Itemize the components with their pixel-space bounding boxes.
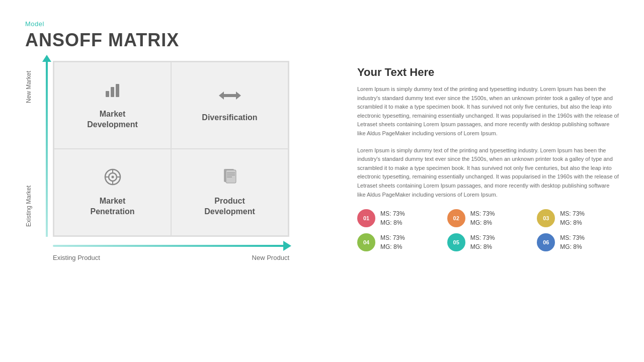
cell-diversification: Diversification: [171, 62, 288, 149]
svg-rect-12: [226, 170, 236, 183]
stat-text-01: MS: 73%MG: 8%: [380, 209, 405, 227]
y-label-existing-market: Existing Market: [25, 186, 32, 227]
stat-mg-05: MG: 8%: [470, 242, 495, 251]
svg-point-6: [111, 175, 114, 178]
svg-rect-2: [116, 84, 119, 97]
stat-text-03: MS: 73%MG: 8%: [560, 209, 585, 227]
book-icon: [222, 168, 238, 190]
page-title: ANSOFF MATRIX: [25, 30, 619, 51]
cell-diversification-label: Diversification: [202, 113, 257, 123]
target-icon: [104, 168, 122, 190]
stats-grid: 01MS: 73%MG: 8%02MS: 73%MG: 8%03MS: 73%M…: [357, 209, 619, 251]
stat-text-04: MS: 73%MG: 8%: [380, 233, 405, 251]
stat-badge-02: 02: [447, 209, 465, 227]
cell-product-development: ProductDevelopment: [171, 149, 288, 236]
cell-market-penetration-label: MarketPenetration: [90, 196, 134, 217]
stat-item-03: 03MS: 73%MG: 8%: [537, 209, 619, 227]
header-model-label: Model: [25, 20, 619, 28]
arrows-icon: [219, 88, 241, 107]
stat-ms-05: MS: 73%: [470, 233, 495, 242]
stat-mg-01: MG: 8%: [380, 218, 405, 227]
stat-badge-04: 04: [357, 233, 375, 251]
stat-badge-01: 01: [357, 209, 375, 227]
y-label-new-market: New Market: [25, 71, 32, 103]
stat-text-05: MS: 73%MG: 8%: [470, 233, 495, 251]
cell-product-development-label: ProductDevelopment: [204, 196, 255, 217]
cell-market-development-label: MarketDevelopment: [87, 109, 137, 130]
stat-text-02: MS: 73%MG: 8%: [470, 209, 495, 227]
svg-rect-0: [106, 91, 109, 97]
stat-ms-06: MS: 73%: [560, 233, 585, 242]
text-heading: Your Text Here: [357, 66, 619, 79]
stat-ms-01: MS: 73%: [380, 209, 405, 218]
x-label-existing-product: Existing Product: [53, 254, 100, 261]
stat-ms-03: MS: 73%: [560, 209, 585, 218]
stat-mg-02: MG: 8%: [470, 218, 495, 227]
text-paragraph-2: Lorem Ipsum is simply dummy text of the …: [357, 146, 619, 200]
bar-chart-icon: [104, 81, 122, 103]
stat-badge-05: 05: [447, 233, 465, 251]
y-axis: New Market Existing Market: [25, 61, 53, 237]
stat-mg-03: MG: 8%: [560, 218, 585, 227]
stat-item-01: 01MS: 73%MG: 8%: [357, 209, 439, 227]
stat-badge-06: 06: [537, 233, 555, 251]
x-label-new-product: New Product: [252, 254, 289, 261]
svg-rect-1: [111, 87, 114, 97]
stat-item-06: 06MS: 73%MG: 8%: [537, 233, 619, 251]
stat-item-04: 04MS: 73%MG: 8%: [357, 233, 439, 251]
right-content: Your Text Here Lorem Ipsum is simply dum…: [357, 61, 619, 251]
stat-mg-04: MG: 8%: [380, 242, 405, 251]
stat-badge-03: 03: [537, 209, 555, 227]
stat-text-06: MS: 73%MG: 8%: [560, 233, 585, 251]
stat-ms-02: MS: 73%: [470, 209, 495, 218]
ansoff-grid: MarketDevelopment Diversification: [53, 61, 289, 237]
svg-marker-3: [219, 92, 241, 100]
matrix-area: New Market Existing Market: [25, 61, 337, 261]
stat-ms-04: MS: 73%: [380, 233, 405, 242]
stat-item-02: 02MS: 73%MG: 8%: [447, 209, 529, 227]
stat-mg-06: MG: 8%: [560, 242, 585, 251]
stat-item-05: 05MS: 73%MG: 8%: [447, 233, 529, 251]
text-paragraph-1: Lorem Ipsum is simply dummy text of the …: [357, 85, 619, 138]
cell-market-development: MarketDevelopment: [54, 62, 171, 149]
cell-market-penetration: MarketPenetration: [54, 149, 171, 236]
